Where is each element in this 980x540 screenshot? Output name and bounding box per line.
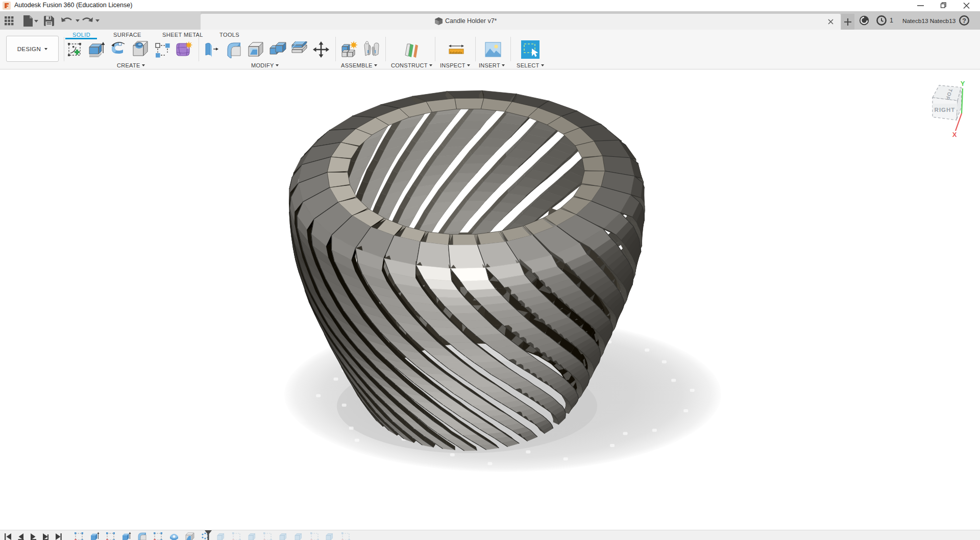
- svg-text:?: ?: [962, 17, 966, 25]
- svg-text:RIGHT: RIGHT: [935, 107, 955, 113]
- svg-text:X: X: [952, 131, 957, 138]
- svg-text:Y: Y: [961, 80, 965, 87]
